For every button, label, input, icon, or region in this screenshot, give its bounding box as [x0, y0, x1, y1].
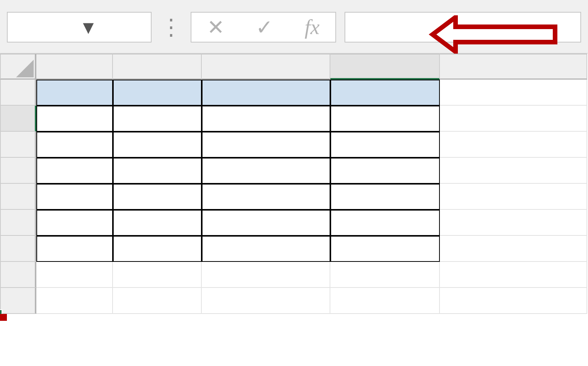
row-header-5[interactable]	[0, 184, 36, 210]
insert-function-icon[interactable]: fx	[305, 15, 320, 39]
cell-E2[interactable]	[440, 106, 587, 132]
cell-B2[interactable]	[113, 106, 202, 132]
grid[interactable]	[0, 54, 588, 314]
cell-C4[interactable]	[202, 158, 330, 184]
spreadsheet	[0, 54, 588, 314]
cell-C8[interactable]	[202, 262, 330, 288]
cell-B9[interactable]	[113, 288, 202, 314]
cell-B6[interactable]	[113, 210, 202, 236]
cancel-icon[interactable]: ✕	[207, 15, 224, 39]
cell-A7[interactable]	[36, 236, 113, 262]
cell-B5[interactable]	[113, 184, 202, 210]
cell-E5[interactable]	[440, 184, 587, 210]
row-header-6[interactable]	[0, 210, 36, 236]
cell-B3[interactable]	[113, 132, 202, 158]
cell-D5[interactable]	[330, 184, 440, 210]
cell-E9[interactable]	[440, 288, 587, 314]
cell-D6[interactable]	[330, 210, 440, 236]
select-all-corner[interactable]	[0, 54, 36, 80]
row-header-9[interactable]	[0, 288, 36, 314]
cell-E3[interactable]	[440, 132, 587, 158]
cell-D1[interactable]	[330, 80, 440, 106]
row-header-7[interactable]	[0, 236, 36, 262]
col-header-C[interactable]	[202, 54, 330, 80]
cell-E7[interactable]	[440, 236, 587, 262]
cell-C5[interactable]	[202, 184, 330, 210]
callout-red-box	[0, 314, 7, 321]
col-header-E[interactable]	[440, 54, 587, 80]
cell-B1[interactable]	[113, 80, 202, 106]
cell-E4[interactable]	[440, 158, 587, 184]
cell-A6[interactable]	[36, 210, 113, 236]
cell-B4[interactable]	[113, 158, 202, 184]
cell-D3[interactable]	[330, 132, 440, 158]
col-header-B[interactable]	[113, 54, 202, 80]
cell-D7[interactable]	[330, 236, 440, 262]
cell-C6[interactable]	[202, 210, 330, 236]
cell-C1[interactable]	[202, 80, 330, 106]
cell-E1[interactable]	[440, 80, 587, 106]
formula-input[interactable]	[345, 12, 581, 42]
cell-D4[interactable]	[330, 158, 440, 184]
cell-C7[interactable]	[202, 236, 330, 262]
cell-C3[interactable]	[202, 132, 330, 158]
cell-C2[interactable]	[202, 106, 330, 132]
name-box[interactable]: ▼	[7, 12, 152, 42]
cell-A8[interactable]	[36, 262, 113, 288]
name-box-dropdown-icon[interactable]: ▼	[79, 17, 144, 38]
cell-B7[interactable]	[113, 236, 202, 262]
col-header-A[interactable]	[36, 54, 113, 80]
row-header-2[interactable]	[0, 106, 36, 132]
row-header-8[interactable]	[0, 262, 36, 288]
enter-icon[interactable]: ✓	[256, 15, 273, 39]
row-header-1[interactable]	[0, 80, 36, 106]
cell-A2[interactable]	[36, 106, 113, 132]
formula-bar: ▼ ⋮ ✕ ✓ fx	[0, 0, 588, 54]
cell-E8[interactable]	[440, 262, 587, 288]
cell-A9[interactable]	[36, 288, 113, 314]
cell-A4[interactable]	[36, 158, 113, 184]
cell-A1[interactable]	[36, 80, 113, 106]
cell-D2[interactable]	[330, 106, 440, 132]
cell-D9[interactable]	[330, 288, 440, 314]
col-header-D[interactable]	[330, 54, 440, 80]
formula-buttons: ✕ ✓ fx	[191, 12, 336, 42]
cell-B8[interactable]	[113, 262, 202, 288]
row-header-3[interactable]	[0, 132, 36, 158]
cell-A5[interactable]	[36, 184, 113, 210]
cell-E6[interactable]	[440, 210, 587, 236]
cell-D8[interactable]	[330, 262, 440, 288]
row-header-4[interactable]	[0, 158, 36, 184]
cell-A3[interactable]	[36, 132, 113, 158]
cell-C9[interactable]	[202, 288, 330, 314]
